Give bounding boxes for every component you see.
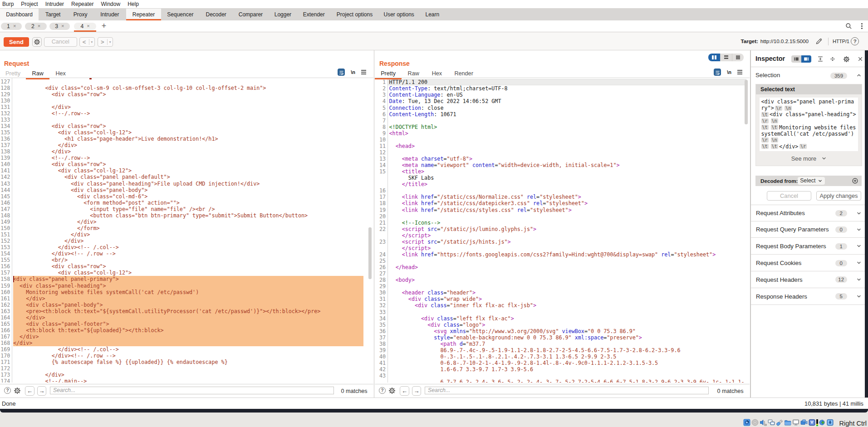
repeater-tab-1[interactable]: 1×: [1, 23, 22, 30]
code-line[interactable]: <meta charset="utf-8">: [389, 156, 745, 162]
code-line[interactable]: SKF Labs: [389, 175, 745, 181]
tab-user-options[interactable]: User options: [379, 9, 419, 20]
search-previous-button[interactable]: ←: [400, 386, 409, 396]
code-line[interactable]: <div class="left flx flx-ac">: [389, 315, 745, 322]
view-tab-render[interactable]: Render: [449, 69, 479, 78]
see-more-link[interactable]: See more: [756, 153, 862, 164]
code-line[interactable]: <title>: [389, 168, 745, 175]
code-line[interactable]: [389, 137, 745, 143]
shared-folder-icon[interactable]: [784, 419, 791, 426]
menu-item-repeater[interactable]: Repeater: [68, 1, 97, 7]
code-line[interactable]: 0-6.8-.7-10-2-1-.4-1.9-.9-2.8-1.4l-.8-.4…: [389, 360, 745, 366]
inspector-section-request-body-parameters[interactable]: Request Body Parameters1: [751, 238, 865, 255]
code-line[interactable]: <div class="col-sm-9 col-sm-offset-3 col…: [13, 85, 320, 91]
response-search-input[interactable]: [425, 387, 709, 395]
code-line[interactable]: </div>: [13, 372, 320, 378]
hard-disk-icon[interactable]: [743, 419, 750, 426]
code-line[interactable]: <path d="m37.7: [389, 341, 745, 347]
network-icon[interactable]: [768, 419, 775, 426]
code-line[interactable]: Content-Type: text/html;charset=UTF-8: [389, 85, 745, 92]
chevron-down-icon[interactable]: [857, 244, 861, 248]
code-line[interactable]: <link href="/static/css/styles.css" rel=…: [389, 207, 745, 213]
code-line[interactable]: Date: Tue, 13 Dec 2022 14:06:52 GMT: [389, 98, 745, 104]
chevron-down-icon[interactable]: [857, 294, 861, 299]
gear-icon[interactable]: [843, 55, 850, 63]
code-line[interactable]: <head>: [389, 143, 745, 149]
wrap-lines-icon[interactable]: [714, 69, 721, 76]
code-line[interactable]: <link href="https://fonts.googleapis.com…: [389, 251, 745, 258]
close-icon[interactable]: [857, 55, 864, 63]
virtualbox-menu-icon[interactable]: [809, 419, 815, 426]
code-line[interactable]: </div>: [13, 142, 320, 148]
newline-glyph-icon[interactable]: \n: [351, 69, 355, 75]
tab-target[interactable]: Target: [39, 9, 67, 20]
edit-target-pencil-icon[interactable]: [815, 38, 823, 45]
selected-text-box[interactable]: <div class="panel panel-primary">\r\n\t<…: [760, 98, 858, 151]
search-next-button[interactable]: →: [37, 386, 47, 396]
code-line[interactable]: <link href="/static/css/datepicker3.css"…: [389, 200, 745, 206]
code-line[interactable]: <form method="post" action="">: [13, 200, 320, 206]
tab-repeater[interactable]: Repeater: [126, 9, 162, 20]
code-line[interactable]: <div class="col-lg-12">: [13, 129, 320, 136]
code-line[interactable]: <div class="col-lg-12">: [13, 167, 320, 174]
code-line[interactable]: </div><!-- /.row -->: [13, 250, 320, 257]
code-line[interactable]: <div class="logo">: [389, 322, 745, 328]
menu-item-burp[interactable]: Burp: [0, 1, 17, 7]
code-line[interactable]: <div class="col-md-6">: [13, 193, 320, 200]
tab-decoder[interactable]: Decoder: [199, 9, 233, 20]
inspector-cancel-button[interactable]: Cancel: [767, 191, 811, 201]
layout-single-icon[interactable]: [732, 54, 744, 61]
close-tab-icon[interactable]: ×: [38, 24, 40, 29]
code-line[interactable]: <h1 class="page-header">Live demonstrati…: [13, 136, 320, 142]
close-tab-icon[interactable]: ×: [61, 24, 64, 29]
code-line[interactable]: <svg xmlns="http://www.w3.org/2000/svg" …: [389, 328, 745, 334]
repeater-tab-2[interactable]: 2×: [25, 23, 47, 30]
search-help-icon[interactable]: ?: [379, 387, 386, 394]
inspector-apply-button[interactable]: Apply changes: [816, 191, 861, 201]
tab-sequencer[interactable]: Sequencer: [161, 9, 199, 20]
code-line[interactable]: [389, 213, 745, 220]
code-line[interactable]: {% autoescape false %} {{uploaded}} {% e…: [13, 359, 320, 365]
chevron-down-icon[interactable]: [857, 260, 861, 265]
code-line[interactable]: <header class="header">: [389, 290, 745, 296]
tab-intruder[interactable]: Intruder: [93, 9, 126, 20]
code-line[interactable]: <html>: [389, 130, 745, 137]
editor-menu-icon[interactable]: [737, 70, 742, 74]
code-line[interactable]: <!DOCTYPE html>: [389, 124, 745, 130]
code-line[interactable]: <div class="row">: [13, 263, 320, 270]
view-tab-hex[interactable]: Hex: [49, 69, 72, 78]
keyboard-capture-icon[interactable]: [827, 419, 834, 426]
search-help-icon[interactable]: ?: [4, 387, 11, 394]
code-line[interactable]: <script src="/static/js/lumino.glyphs.js…: [389, 226, 745, 232]
inspector-section-response-headers[interactable]: Response Headers5: [751, 288, 865, 305]
code-line[interactable]: <pre><th:block th:text="${systemCall.uti…: [13, 308, 320, 314]
view-tab-raw[interactable]: Raw: [402, 69, 425, 78]
inspector-section-request-cookies[interactable]: Request Cookies0: [751, 255, 865, 271]
code-line[interactable]: </script>: [389, 232, 745, 239]
search-settings-gear-icon[interactable]: [388, 387, 396, 394]
code-line[interactable]: </div>: [13, 295, 320, 302]
search-settings-gear-icon[interactable]: [14, 387, 21, 394]
code-line[interactable]: </script>: [389, 245, 745, 251]
search-previous-button[interactable]: ←: [25, 386, 34, 396]
code-line[interactable]: <div class="row">: [13, 123, 320, 129]
layout-rows-icon[interactable]: [720, 54, 732, 61]
mouse-integration-icon[interactable]: [819, 419, 826, 426]
optical-disk-icon[interactable]: [751, 419, 759, 426]
code-line[interactable]: </div><!-- /.col-->: [13, 244, 320, 250]
code-line[interactable]: <body>: [389, 277, 745, 283]
chevron-down-icon[interactable]: [857, 277, 861, 282]
code-line[interactable]: </div>: [13, 104, 320, 110]
tab-project-options[interactable]: Project options: [331, 9, 379, 20]
tab-dashboard[interactable]: Dashboard: [0, 9, 39, 20]
help-icon[interactable]: ?: [851, 37, 859, 46]
recording-icon[interactable]: [800, 419, 808, 426]
tab-comparer[interactable]: Comparer: [233, 9, 269, 20]
code-line[interactable]: <div class="panel-heading">File upload C…: [13, 181, 320, 187]
audio-icon[interactable]: [760, 419, 767, 426]
code-line[interactable]: [13, 79, 320, 85]
code-line[interactable]: style="enable-background:new 0 0 75.3 86…: [389, 334, 745, 341]
code-line[interactable]: <div class="row">: [13, 91, 320, 98]
code-line[interactable]: [389, 118, 745, 124]
dock-left-icon[interactable]: [791, 55, 801, 63]
